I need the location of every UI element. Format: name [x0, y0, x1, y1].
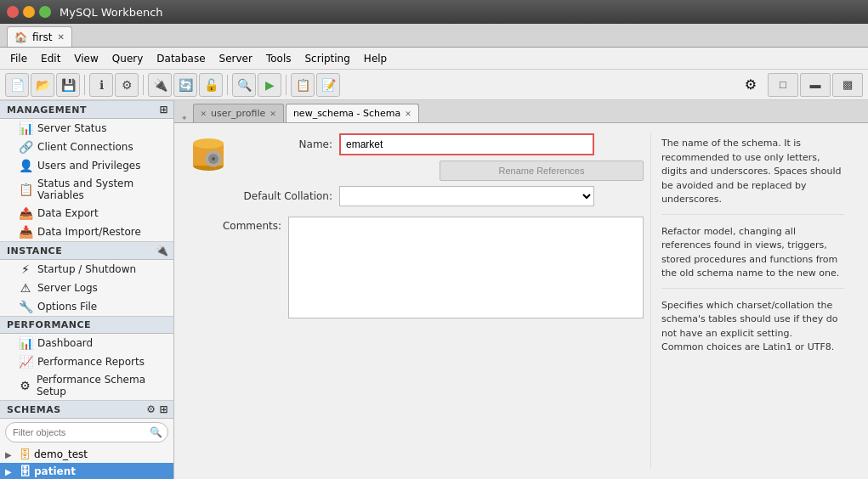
schema-db-icon: 🗄 — [19, 448, 31, 461]
main-tab-first[interactable]: 🏠 first ✕ — [7, 26, 72, 47]
close-button[interactable] — [7, 6, 19, 18]
menu-view[interactable]: View — [67, 51, 105, 66]
schema-label: demo_test — [34, 448, 170, 460]
execute-button[interactable]: ▶ — [258, 73, 281, 97]
menu-database[interactable]: Database — [150, 51, 212, 66]
disconnect-button[interactable]: 🔓 — [199, 73, 223, 97]
options-file-icon: 🔧 — [19, 300, 32, 313]
schema-arrow-icon: ▶ — [5, 467, 15, 476]
maximize-button[interactable] — [39, 6, 51, 18]
sql-editor-button[interactable]: 📝 — [316, 73, 340, 97]
inner-tab-user-profile[interactable]: ✕ user_profile ✕ — [193, 104, 284, 122]
management-label: MANAGEMENT — [7, 104, 87, 116]
sidebar-item-client-connections[interactable]: 🔗 Client Connections — [0, 138, 173, 156]
menu-server[interactable]: Server — [213, 51, 259, 66]
view-buttons: □ ▬ ▩ — [768, 73, 863, 97]
users-privileges-icon: 👤 — [19, 159, 32, 172]
save-button[interactable]: 💾 — [56, 73, 80, 97]
sidebar-item-performance-reports[interactable]: 📈 Performance Reports — [0, 352, 173, 371]
collation-select[interactable] — [339, 186, 594, 206]
sidebar-item-server-logs[interactable]: ⚠ Server Logs — [0, 279, 173, 297]
window-controls[interactable] — [7, 6, 51, 18]
performance-schema-setup-icon: ⚙ — [19, 379, 31, 392]
sidebar-item-label: Performance Reports — [37, 356, 145, 368]
gear-icon[interactable]: ⚙ — [739, 73, 763, 97]
content-area: ✦ ✕ user_profile ✕ new_schema - Schema ✕ — [174, 100, 868, 479]
sidebar-item-performance-schema-setup[interactable]: ⚙ Performance Schema Setup — [0, 371, 173, 400]
filter-box[interactable]: 🔍 — [5, 422, 168, 442]
reconnect-button[interactable]: 🔄 — [173, 73, 197, 97]
sidebar-item-data-import[interactable]: 📥 Data Import/Restore — [0, 223, 173, 241]
view-btn-2[interactable]: ▬ — [800, 73, 831, 97]
schemas-expand-icon[interactable]: ⊞ — [159, 403, 168, 415]
comments-textarea[interactable] — [288, 217, 644, 318]
view-btn-1[interactable]: □ — [768, 73, 798, 97]
tab-close-icon[interactable]: ✕ — [57, 32, 64, 42]
sidebar-item-data-export[interactable]: 📤 Data Export — [0, 204, 173, 223]
connect-button[interactable]: 🔌 — [148, 73, 172, 97]
sidebar-item-server-status[interactable]: 📊 Server Status — [0, 119, 173, 138]
new-schema-button[interactable]: 📋 — [291, 73, 315, 97]
dashboard-icon: 📊 — [19, 336, 32, 350]
info-section-3: Specifies which charset/collation the sc… — [661, 299, 844, 362]
open-button[interactable]: 📂 — [31, 73, 54, 97]
sidebar-item-label: Data Export — [37, 207, 99, 219]
sidebar-item-label: Server Status — [37, 122, 106, 134]
new-tab-icon[interactable]: ✦ — [178, 114, 191, 122]
info-text-3: Specifies which charset/collation the sc… — [661, 300, 837, 353]
tab-close-x2[interactable]: ✕ — [269, 110, 276, 118]
sidebar: MANAGEMENT ⊞ 📊 Server Status 🔗 Client Co… — [0, 100, 174, 479]
name-label: Name: — [239, 138, 332, 150]
management-section-header: MANAGEMENT ⊞ — [0, 100, 173, 119]
schema-inspector-button[interactable]: 🔍 — [232, 73, 256, 97]
tab-bar: 🏠 first ✕ — [0, 24, 868, 48]
rename-references-button[interactable]: Rename References — [440, 161, 644, 181]
schema-db-icon: 🗄 — [19, 465, 31, 478]
tab-close-x3[interactable]: ✕ — [405, 110, 411, 118]
schema-item-patient[interactable]: ▶ 🗄 patient — [0, 463, 173, 479]
svg-point-5 — [212, 157, 215, 161]
management-expand-icon[interactable]: ⊞ — [159, 104, 168, 116]
sidebar-item-options-file[interactable]: 🔧 Options File — [0, 297, 173, 316]
minimize-button[interactable] — [23, 6, 35, 18]
sidebar-item-label: Performance Schema Setup — [37, 374, 168, 397]
tab-close-x[interactable]: ✕ — [201, 110, 207, 118]
settings-button[interactable]: ⚙ — [115, 73, 139, 97]
server-status-icon: 📊 — [19, 121, 32, 135]
inner-tab-new-schema[interactable]: new_schema - Schema ✕ — [286, 104, 419, 122]
menu-edit[interactable]: Edit — [34, 51, 67, 66]
menu-tools[interactable]: Tools — [259, 51, 298, 66]
filter-search-icon: 🔍 — [150, 426, 162, 438]
sidebar-item-dashboard[interactable]: 📊 Dashboard — [0, 334, 173, 352]
sidebar-item-status-system[interactable]: 📋 Status and System Variables — [0, 175, 173, 204]
view-btn-3[interactable]: ▩ — [832, 73, 863, 97]
sidebar-item-startup-shutdown[interactable]: ⚡ Startup / Shutdown — [0, 260, 173, 279]
comments-area: Comments: — [188, 217, 644, 469]
sidebar-item-users-privileges[interactable]: 👤 Users and Privileges — [0, 156, 173, 175]
name-input[interactable] — [339, 133, 594, 155]
instance-label: INSTANCE — [7, 245, 62, 256]
menu-file[interactable]: File — [3, 51, 34, 66]
schemas-section-header: SCHEMAS ⚙ ⊞ — [0, 400, 173, 419]
menu-help[interactable]: Help — [357, 51, 394, 66]
menu-scripting[interactable]: Scripting — [298, 51, 356, 66]
name-row: Name: Rename References Default Collatio… — [188, 133, 644, 206]
filter-input[interactable] — [5, 422, 168, 442]
info-button[interactable]: ℹ — [89, 73, 113, 97]
schemas-actions[interactable]: ⚙ ⊞ — [146, 403, 168, 415]
toolbar-separator-2 — [143, 75, 144, 95]
sidebar-item-label: Options File — [37, 301, 97, 313]
sidebar-item-label: Status and System Variables — [37, 178, 168, 201]
schema-arrow-icon: ▶ — [5, 450, 15, 459]
performance-section-header: PERFORMANCE — [0, 316, 173, 334]
instance-expand-icon[interactable]: 🔌 — [156, 245, 169, 256]
sidebar-item-label: Users and Privileges — [37, 160, 141, 172]
app-title: MySQL Workbench — [60, 6, 163, 19]
instance-section-header: INSTANCE 🔌 — [0, 241, 173, 260]
toolbar: 📄 📂 💾 ℹ ⚙ 🔌 🔄 🔓 🔍 ▶ 📋 📝 ⚙ □ ▬ ▩ — [0, 70, 868, 100]
schemas-add-icon[interactable]: ⚙ — [146, 403, 156, 415]
menu-query[interactable]: Query — [105, 51, 150, 66]
new-file-button[interactable]: 📄 — [5, 73, 29, 97]
schema-item-demo-test[interactable]: ▶ 🗄 demo_test — [0, 446, 173, 463]
main-area: MANAGEMENT ⊞ 📊 Server Status 🔗 Client Co… — [0, 100, 868, 479]
